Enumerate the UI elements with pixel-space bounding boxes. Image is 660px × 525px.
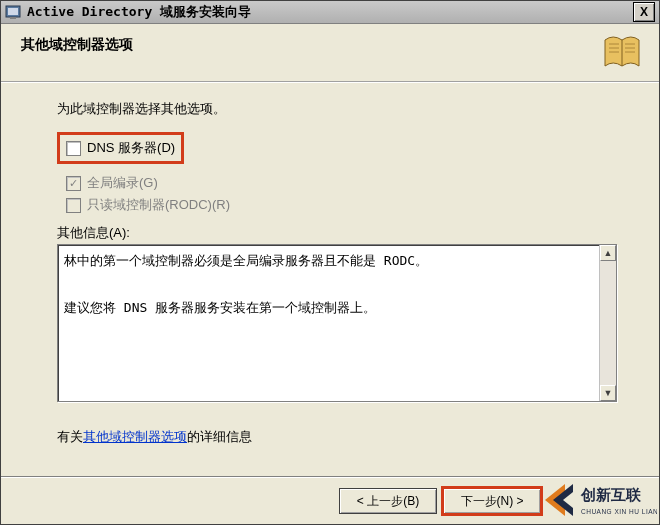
back-button[interactable]: < 上一步(B) — [339, 488, 437, 514]
scrollbar[interactable]: ▲ ▼ — [599, 245, 616, 401]
more-info: 有关其他域控制器选项的详细信息 — [57, 428, 619, 446]
dns-checkbox-row[interactable]: DNS 服务器(D) — [66, 139, 175, 157]
info-textarea[interactable]: 林中的第一个域控制器必须是全局编录服务器且不能是 RODC。 建议您将 DNS … — [57, 244, 617, 402]
info-text: 林中的第一个域控制器必须是全局编录服务器且不能是 RODC。 建议您将 DNS … — [58, 245, 599, 401]
dns-label: DNS 服务器(D) — [87, 139, 175, 157]
titlebar: Active Directory 域服务安装向导 X — [1, 1, 659, 24]
svg-rect-2 — [10, 17, 16, 19]
more-info-link[interactable]: 其他域控制器选项 — [83, 429, 187, 444]
dns-checkbox[interactable] — [66, 141, 81, 156]
wizard-window: Active Directory 域服务安装向导 X 其他域控制器选项 为此域控… — [0, 0, 660, 525]
book-icon — [601, 32, 643, 74]
scroll-down-icon[interactable]: ▼ — [600, 385, 616, 401]
rodc-checkbox-row: 只读域控制器(RODC)(R) — [66, 196, 619, 214]
info-label: 其他信息(A): — [57, 224, 619, 242]
close-icon: X — [640, 5, 648, 19]
app-icon — [5, 4, 21, 20]
page-heading: 其他域控制器选项 — [21, 36, 643, 54]
instruction-text: 为此域控制器选择其他选项。 — [57, 100, 619, 118]
wizard-header: 其他域控制器选项 — [1, 24, 659, 82]
next-button[interactable]: 下一步(N) > — [443, 488, 541, 514]
gc-checkbox: ✓ — [66, 176, 81, 191]
svg-rect-1 — [8, 8, 18, 15]
window-title: Active Directory 域服务安装向导 — [27, 3, 251, 21]
close-button[interactable]: X — [633, 2, 655, 22]
gc-checkbox-row: ✓ 全局编录(G) — [66, 174, 619, 192]
wizard-content: 为此域控制器选择其他选项。 DNS 服务器(D) ✓ 全局编录(G) 只读域控制… — [1, 82, 659, 446]
rodc-label: 只读域控制器(RODC)(R) — [87, 196, 230, 214]
next-label: 下一步(N) > — [461, 493, 524, 510]
more-prefix: 有关 — [57, 429, 83, 444]
dns-highlight: DNS 服务器(D) — [57, 132, 184, 164]
button-bar: < 上一步(B) 下一步(N) > 取消 — [339, 488, 645, 514]
divider — [1, 476, 659, 478]
rodc-checkbox — [66, 198, 81, 213]
more-suffix: 的详细信息 — [187, 429, 252, 444]
scroll-track[interactable] — [600, 261, 616, 385]
back-label: < 上一步(B) — [357, 493, 419, 510]
gc-label: 全局编录(G) — [87, 174, 158, 192]
scroll-up-icon[interactable]: ▲ — [600, 245, 616, 261]
